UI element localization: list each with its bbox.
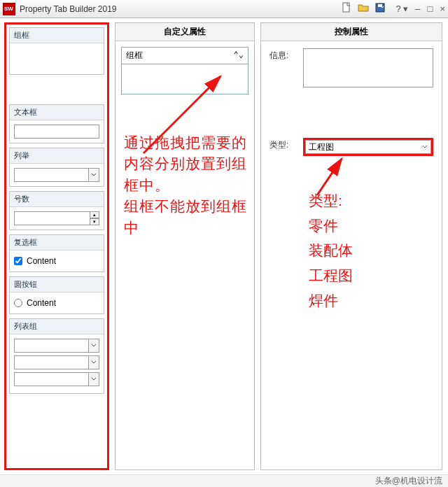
workspace: 组框 文本框 列举 号数 ▴▾ bbox=[0, 18, 448, 474]
toolbar-icons bbox=[341, 2, 386, 15]
footer-bar: 头条@机电设计流 bbox=[0, 474, 448, 487]
radio-preview[interactable]: Content bbox=[14, 297, 99, 309]
palette-checkbox[interactable]: 复选框 Content bbox=[9, 234, 104, 272]
type-value: 工程图 bbox=[309, 141, 334, 153]
palette-radio-label: 圆按钮 bbox=[10, 277, 104, 292]
groupbox-instance[interactable]: 组框 ⌃⌄ bbox=[121, 47, 248, 94]
type-field: 类型: 工程图 bbox=[270, 138, 433, 156]
listgroup-combo-1[interactable] bbox=[14, 339, 99, 353]
new-file-icon[interactable] bbox=[341, 2, 352, 15]
spinner-up-icon[interactable]: ▴ bbox=[90, 211, 99, 218]
palette-number-label: 号数 bbox=[10, 192, 104, 207]
checkbox-input[interactable] bbox=[14, 257, 22, 265]
radio-item-label: Content bbox=[27, 298, 56, 308]
listgroup-combo-2[interactable] bbox=[14, 355, 99, 369]
open-file-icon[interactable] bbox=[358, 2, 369, 15]
save-icon[interactable] bbox=[374, 2, 386, 15]
checkbox-preview[interactable]: Content bbox=[14, 255, 99, 267]
footer-credit: 头条@机电设计流 bbox=[375, 475, 442, 487]
palette-groupbox-label: 组框 bbox=[10, 28, 104, 43]
palette-list-label: 列举 bbox=[10, 148, 104, 164]
info-textarea[interactable] bbox=[303, 48, 433, 87]
palette-listgroup[interactable]: 列表组 bbox=[9, 318, 104, 394]
spinner-down-icon[interactable]: ▾ bbox=[90, 218, 99, 225]
info-label: 信息: bbox=[270, 48, 298, 62]
title-bar: Property Tab Builder 2019 ? ▾ – □ × bbox=[0, 0, 448, 18]
type-label: 类型: bbox=[270, 138, 298, 151]
chevron-down-icon[interactable] bbox=[88, 168, 99, 182]
palette-groupbox[interactable]: 组框 bbox=[9, 27, 104, 75]
window-title: Property Tab Builder 2019 bbox=[20, 4, 117, 14]
minimize-icon[interactable]: – bbox=[415, 3, 420, 14]
chevron-down-icon[interactable] bbox=[88, 339, 99, 353]
chevron-down-icon bbox=[422, 144, 428, 150]
maximize-icon[interactable]: □ bbox=[428, 3, 433, 14]
annotation-right: 类型: 零件 装配体 工程图 焊件 bbox=[309, 188, 353, 313]
control-props-header: 控制属性 bbox=[261, 23, 442, 41]
type-select[interactable]: 工程图 bbox=[305, 140, 431, 154]
list-preview-combo[interactable] bbox=[14, 168, 99, 182]
svg-rect-0 bbox=[343, 3, 349, 12]
chevron-down-icon[interactable] bbox=[88, 355, 99, 369]
collapse-icon[interactable]: ⌃⌄ bbox=[234, 50, 244, 62]
annotation-mid: 通过拖拽把需要的内容分别放置到组框中。 组框不能放到组框中 bbox=[124, 132, 254, 239]
checkbox-item-label: Content bbox=[27, 256, 56, 266]
chevron-down-icon[interactable] bbox=[88, 372, 99, 386]
palette-column: 组框 文本框 列举 号数 ▴▾ bbox=[4, 22, 109, 470]
palette-textbox-label: 文本框 bbox=[10, 105, 104, 120]
info-field: 信息: bbox=[270, 48, 433, 87]
app-logo-icon bbox=[3, 3, 15, 15]
palette-listgroup-label: 列表组 bbox=[10, 319, 104, 334]
palette-list[interactable]: 列举 bbox=[9, 148, 104, 187]
help-icon[interactable]: ? ▾ bbox=[396, 3, 408, 14]
palette-textbox[interactable]: 文本框 bbox=[9, 104, 104, 143]
custom-props-header: 自定义属性 bbox=[115, 23, 254, 41]
control-props-column: 控制属性 信息: 类型: 工程图 类型: 零件 装配体 工程图 bbox=[260, 22, 442, 470]
close-icon[interactable]: × bbox=[440, 3, 445, 14]
groupbox-label: 组框 bbox=[126, 50, 143, 62]
palette-checkbox-label: 复选框 bbox=[10, 235, 104, 250]
custom-props-column: 自定义属性 组框 ⌃⌄ 通过拖拽把需要的内容分别放置到组框中。 组框不能放到组框… bbox=[115, 22, 255, 470]
palette-number[interactable]: 号数 ▴▾ bbox=[9, 191, 104, 230]
palette-radio[interactable]: 圆按钮 Content bbox=[9, 276, 104, 314]
number-preview-spinner[interactable]: ▴▾ bbox=[14, 211, 99, 225]
textbox-preview-input[interactable] bbox=[14, 125, 99, 139]
listgroup-combo-3[interactable] bbox=[14, 372, 99, 386]
radio-input[interactable] bbox=[14, 299, 22, 307]
